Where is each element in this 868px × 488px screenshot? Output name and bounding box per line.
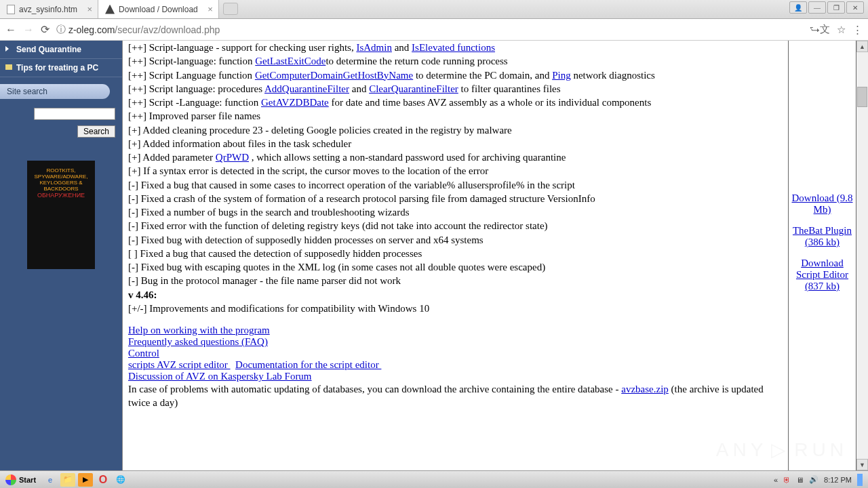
changelog-line: [+] Added parameter QrPWD , which allows… [128,150,783,164]
scrollbar[interactable]: ▲ ▼ [856,41,868,470]
url-host: z-oleg.com [68,24,115,35]
help-link[interactable]: Documentation for the script editor [235,359,381,370]
scroll-down-icon[interactable]: ▼ [856,459,868,470]
help-link[interactable]: Control [128,348,159,359]
changelog-line: [-] Fixed error with the function of del… [128,219,783,232]
tray-icon[interactable]: 🖥 [796,476,804,484]
back-button[interactable]: ← [5,24,16,36]
changelog-line: [+] Added information about files in the… [128,137,783,150]
explorer-icon[interactable]: 📁 [60,473,75,487]
forward-button[interactable]: → [23,24,34,36]
site-sidebar: Send Quarantine Tips for treating a PC S… [0,41,122,470]
links-block: Help on working with the program Frequen… [128,325,783,382]
download-editor-link[interactable]: Download Script Editor (837 kb) [791,258,853,292]
help-link[interactable]: Discussion of AVZ on Kaspersky Lab Forum [128,371,312,382]
download-column: Download (9.8 Mb) TheBat Plugin (386 kb)… [789,41,856,470]
changelog-line: [-] Fixed a bug that caused in some case… [128,178,783,192]
info-icon[interactable]: ⓘ [56,24,66,36]
file-icon [7,5,15,14]
search-button[interactable] [77,125,115,138]
system-tray: « ⛨ 🖥 🔊 8:12 PM [768,474,868,486]
media-icon[interactable]: ▶ [78,473,93,487]
tray-chevron-icon[interactable]: « [774,476,778,484]
start-button[interactable]: Start [0,474,41,485]
changelog-line: [++] Script-language: function GetLastEx… [128,54,783,68]
sidebar-item-tips[interactable]: Tips for treating a PC [0,59,122,77]
minimize-button[interactable]: — [808,1,826,14]
scroll-thumb[interactable] [857,87,867,107]
site-icon [105,5,115,14]
search-input[interactable] [34,108,115,120]
search-header: Site search [0,84,110,99]
inline-link[interactable]: QrPWD [216,152,249,163]
changelog-line: [-] Fixed bug with escaping quotes in th… [128,260,783,274]
ie-icon[interactable]: e [43,473,58,487]
changelog-line: [+] If a syntax error is detected in the… [128,164,783,178]
inline-link[interactable]: IsElevated functions [412,42,495,53]
inline-link[interactable]: IsAdmin [356,42,392,53]
tab-title: avz_sysinfo.htm [19,5,77,14]
windows-icon [5,474,16,485]
tab-active[interactable]: Download / Download × [98,0,219,18]
download-plugin-link[interactable]: TheBat Plugin (386 kb) [791,225,853,248]
menu-icon[interactable]: ⋮ [852,24,863,36]
inline-link[interactable]: GetAVZDBDate [261,97,329,108]
db-note: In case of problems with automatic updat… [128,382,783,410]
changelog-line: [-] Bug in the protocol manager - the fi… [128,274,783,287]
clock[interactable]: 8:12 PM [824,476,852,484]
close-icon[interactable]: × [208,4,213,14]
version-header: v 4.46: [128,288,783,302]
changelog-line: [++] Improved parser file names [128,109,783,123]
browser-tabstrip: avz_sysinfo.htm × Download / Download × … [0,0,868,19]
avzbase-link[interactable]: avzbase.zip [621,384,669,394]
tab-title: Download / Download [119,5,198,14]
changelog-line: [ ] Fixed a bug that caused the detectio… [128,247,783,260]
user-icon[interactable]: 👤 [789,1,807,14]
inline-link[interactable]: GetComputerDomain [255,70,343,81]
inline-link[interactable]: Ping [552,70,571,81]
chrome-icon[interactable]: 🌐 [113,473,128,487]
translate-icon[interactable]: ⮑文 [810,23,830,36]
download-link[interactable]: Download (9.8 Mb) [791,192,853,216]
inline-link[interactable]: ClearQuarantineFilter [369,83,458,94]
reload-button[interactable]: ⟳ [41,23,50,36]
inline-link[interactable]: GetHostByName [343,70,413,81]
taskbar: Start e 📁 ▶ O 🌐 « ⛨ 🖥 🔊 8:12 PM [0,470,868,488]
changelog-line: [-] Fixed bug with detection of supposed… [128,233,783,247]
changelog-line: [++] Script -Language: function GetAVZDB… [128,96,783,109]
sidebar-item-quarantine[interactable]: Send Quarantine [0,41,122,59]
main-content: [++] Script-language - support for check… [123,41,789,470]
address-bar[interactable]: ⓘ z-oleg.com/secur/avz/download.php [56,24,803,36]
scroll-up-icon[interactable]: ▲ [856,41,868,52]
changelog-line: [++] Script Language function GetCompute… [128,68,783,82]
inline-link[interactable]: GetLastExitCode [255,56,326,66]
changelog-line: [-] Fixed a crash of the system of forma… [128,192,783,205]
show-desktop[interactable] [857,474,863,486]
close-icon[interactable]: × [87,4,92,14]
tray-volume-icon[interactable]: 🔊 [809,475,818,484]
bookmark-icon[interactable]: ☆ [837,24,846,36]
url-path: /secur/avz/download.php [115,24,220,35]
help-link[interactable]: Help on working with the program [128,325,270,336]
help-link[interactable]: Frequently asked questions (FAQ) [128,336,268,347]
tray-shield-icon[interactable]: ⛨ [783,476,791,484]
new-tab-button[interactable] [223,3,238,15]
changelog-line: [+] Added cleaning procedure 23 - deleti… [128,123,783,137]
opera-icon[interactable]: O [96,473,111,487]
changelog-line: [+/-] Improvements and modifications for… [128,302,783,315]
maximize-button[interactable]: ❐ [827,1,845,14]
book-cover[interactable]: ROOTKITS, SPYWARE/ADWARE, KEYLOGGERS & B… [27,161,95,269]
changelog-line: [-] Fixed a number of bugs in the search… [128,205,783,219]
changelog-line: [++] Script language: procedures AddQuar… [128,82,783,96]
help-link[interactable]: scripts AVZ script editor [128,359,231,370]
inline-link[interactable]: AddQuarantineFilter [264,83,349,94]
browser-toolbar: ← → ⟳ ⓘ z-oleg.com/secur/avz/download.ph… [0,19,868,41]
changelog-line: [++] Script-language - support for check… [128,41,783,54]
tab-inactive[interactable]: avz_sysinfo.htm × [0,0,98,18]
close-window-button[interactable]: ✕ [846,1,864,14]
